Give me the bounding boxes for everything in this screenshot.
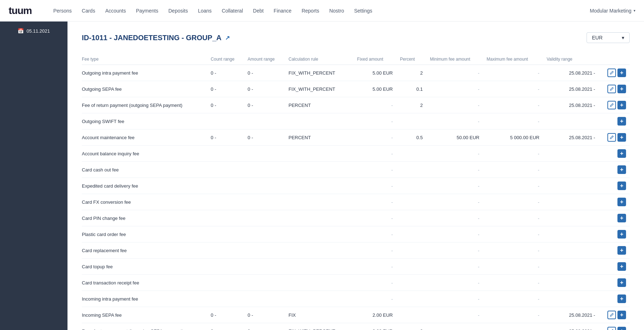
cell-max-fee: - <box>483 275 543 291</box>
nav-accounts[interactable]: Accounts <box>105 8 126 14</box>
edit-button[interactable] <box>607 311 616 319</box>
add-button[interactable]: + <box>617 101 626 109</box>
add-button[interactable]: + <box>617 69 626 77</box>
table-row: Card topup fee - - - + <box>82 259 630 275</box>
cell-percent <box>396 291 426 307</box>
cell-actions: + <box>599 291 630 307</box>
nav-collateral[interactable]: Collateral <box>222 8 243 14</box>
cell-percent <box>396 162 426 178</box>
nav-deposits[interactable]: Deposits <box>168 8 188 14</box>
table-row: Outgoing SEPA fee 0 - 0 - FIX_WITH_PERCE… <box>82 81 630 97</box>
cell-actions: + <box>599 194 630 210</box>
cell-actions: + <box>599 113 630 129</box>
cell-percent <box>396 242 426 259</box>
cell-percent: 3 <box>396 323 426 330</box>
cell-amount-range <box>244 113 285 129</box>
nav-nostro[interactable]: Nostro <box>329 8 344 14</box>
cell-actions: + <box>599 97 630 113</box>
edit-button[interactable] <box>607 133 616 142</box>
cell-actions: + <box>599 323 630 330</box>
header: tuum Persons Cards Accounts Payments Dep… <box>0 0 644 22</box>
edit-button[interactable] <box>607 85 616 93</box>
cell-max-fee: - <box>483 242 543 259</box>
tenant-selector[interactable]: Modular Marketing ▾ <box>590 8 635 14</box>
cell-fee-type: Card PIN change fee <box>82 210 207 226</box>
fee-table: Fee type Count range Amount range Calcul… <box>82 54 630 330</box>
add-button[interactable]: + <box>617 165 626 174</box>
edit-button[interactable] <box>607 101 616 109</box>
cell-max-fee: - <box>483 323 543 330</box>
cell-max-fee: - <box>483 81 543 97</box>
th-percent: Percent <box>396 54 426 65</box>
external-link-icon[interactable]: ↗ <box>225 34 230 41</box>
add-button[interactable]: + <box>617 117 626 126</box>
cell-amount-range: 0 - <box>244 323 285 330</box>
nav-settings[interactable]: Settings <box>354 8 372 14</box>
add-button[interactable]: + <box>617 262 626 271</box>
add-button[interactable]: + <box>617 246 626 255</box>
nav-persons[interactable]: Persons <box>53 8 71 14</box>
nav-finance[interactable]: Finance <box>274 8 291 14</box>
sidebar-date: 📅 05.11.2021 <box>18 28 50 34</box>
add-button[interactable]: + <box>617 230 626 239</box>
add-button[interactable]: + <box>617 278 626 287</box>
cell-fee-type: Account balance inquiry fee <box>82 146 207 162</box>
add-button[interactable]: + <box>617 182 626 190</box>
cell-count-range <box>207 162 244 178</box>
add-button[interactable]: + <box>617 294 626 303</box>
currency-dropdown[interactable]: EUR ▾ <box>587 32 630 43</box>
cell-max-fee: - <box>483 178 543 194</box>
cell-fixed-amount: 2.00 EUR <box>354 323 396 330</box>
cell-fee-type: Fee of return payment (outgoing SEPA pay… <box>82 97 207 113</box>
cell-calc-rule: FIX_WITH_PERCENT <box>285 323 354 330</box>
cell-fee-type: Card topup fee <box>82 259 207 275</box>
cell-fixed-amount: - <box>354 162 396 178</box>
cell-count-range: 0 - <box>207 97 244 113</box>
cell-count-range <box>207 178 244 194</box>
add-button[interactable]: + <box>617 149 626 158</box>
cell-count-range: 0 - <box>207 65 244 81</box>
cell-validity <box>543 146 599 162</box>
cell-count-range <box>207 275 244 291</box>
cell-count-range: 0 - <box>207 323 244 330</box>
cell-actions: + <box>599 259 630 275</box>
nav-reports[interactable]: Reports <box>302 8 319 14</box>
cell-percent <box>396 259 426 275</box>
add-button[interactable]: + <box>617 198 626 206</box>
nav-payments[interactable]: Payments <box>136 8 158 14</box>
th-calc-rule: Calculation rule <box>285 54 354 65</box>
cell-fee-type: Outgoing SWIFT fee <box>82 113 207 129</box>
cell-min-fee: - <box>426 210 483 226</box>
page-title-text: ID-1011 - JANEDOETESTING - GROUP_A <box>82 34 221 42</box>
cell-percent <box>396 113 426 129</box>
nav-debt[interactable]: Debt <box>253 8 264 14</box>
add-button[interactable]: + <box>617 327 626 330</box>
cell-actions: + <box>599 242 630 259</box>
table-row: Card replacement fee - - - + <box>82 242 630 259</box>
cell-calc-rule <box>285 291 354 307</box>
cell-validity <box>543 113 599 129</box>
cell-max-fee: - <box>483 226 543 242</box>
cell-count-range <box>207 146 244 162</box>
cell-amount-range <box>244 178 285 194</box>
cell-fixed-amount: - <box>354 210 396 226</box>
table-row: Card cash out fee - - - + <box>82 162 630 178</box>
cell-calc-rule <box>285 162 354 178</box>
add-button[interactable]: + <box>617 85 626 93</box>
cell-fixed-amount: - <box>354 194 396 210</box>
cell-max-fee: - <box>483 210 543 226</box>
cell-calc-rule: FIX_WITH_PERCENT <box>285 81 354 97</box>
add-button[interactable]: + <box>617 311 626 319</box>
cell-calc-rule: PERCENT <box>285 97 354 113</box>
add-button[interactable]: + <box>617 133 626 142</box>
cell-amount-range <box>244 275 285 291</box>
nav-loans[interactable]: Loans <box>198 8 211 14</box>
nav-cards[interactable]: Cards <box>82 8 95 14</box>
cell-min-fee: - <box>426 97 483 113</box>
cell-calc-rule <box>285 242 354 259</box>
cell-count-range <box>207 259 244 275</box>
add-button[interactable]: + <box>617 214 626 222</box>
edit-button[interactable] <box>607 327 616 330</box>
edit-button[interactable] <box>607 69 616 77</box>
cell-fixed-amount: - <box>354 226 396 242</box>
